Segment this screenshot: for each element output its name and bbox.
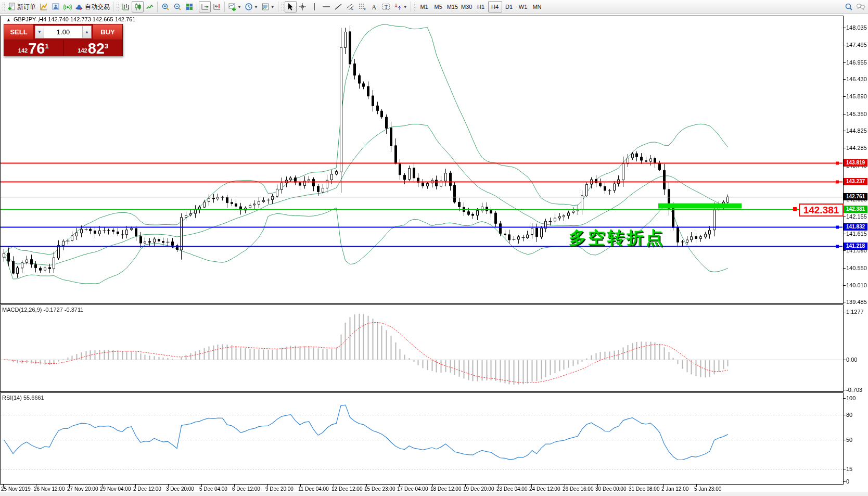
zoom-in-button[interactable] bbox=[159, 1, 171, 12]
rsi-value: 55.6661 bbox=[23, 395, 44, 401]
sell-price[interactable]: 142 76 1 bbox=[4, 40, 64, 56]
symbol-ohlc: 142.740 142.773 142.665 142.761 bbox=[48, 16, 135, 22]
symbol-header: ▲GBPJPY-,H4 142.740 142.773 142.665 142.… bbox=[6, 16, 135, 22]
chart-canvas[interactable] bbox=[0, 14, 868, 496]
new-order-icon bbox=[7, 3, 16, 11]
signal-button[interactable] bbox=[61, 1, 73, 12]
bottom-strip bbox=[0, 492, 868, 496]
crosshair-tool-button[interactable] bbox=[297, 1, 309, 12]
auto-scroll-button[interactable] bbox=[199, 1, 211, 12]
toolbar-separator bbox=[157, 2, 158, 12]
dropdown-arrow-icon: ▼ bbox=[254, 5, 258, 9]
dropdown-arrow-icon: ▼ bbox=[271, 5, 275, 9]
volume-decrease-button[interactable]: ▼ bbox=[35, 26, 44, 38]
timeframe-h1-button[interactable]: H1 bbox=[474, 1, 488, 12]
macd-values: -0.1727 -0.3711 bbox=[43, 307, 83, 313]
buy-button[interactable]: BUY bbox=[93, 24, 122, 40]
toolbar-grip bbox=[116, 2, 119, 11]
sell-price-main: 76 bbox=[28, 42, 45, 55]
auto-trading-button[interactable]: 自动交易 bbox=[73, 1, 111, 12]
svg-text:T: T bbox=[385, 4, 388, 10]
timeframe-h4-button[interactable]: H4 bbox=[488, 1, 502, 12]
zoom-out-button[interactable] bbox=[171, 1, 183, 12]
trendline-tool-button[interactable] bbox=[333, 1, 344, 12]
trade-panel-price-row: 142 76 1 142 82 3 bbox=[4, 40, 122, 56]
trade-panel-top-row: SELL ▼ 1.00 ▲ BUY bbox=[4, 24, 122, 40]
timeframe-w1-button[interactable]: W1 bbox=[516, 1, 530, 12]
timeframe-m30-button[interactable]: M30 bbox=[459, 1, 474, 12]
line-chart-icon bbox=[146, 3, 154, 11]
buy-price[interactable]: 142 82 3 bbox=[64, 40, 123, 56]
toolbar-grip bbox=[281, 2, 284, 11]
toolbar-grip bbox=[414, 2, 416, 11]
bar-chart-icon bbox=[122, 3, 130, 11]
channel-tool-button[interactable]: E bbox=[344, 1, 356, 12]
bar-chart-button[interactable] bbox=[120, 1, 132, 12]
fibonacci-tool-button[interactable]: F bbox=[356, 1, 368, 12]
template-icon bbox=[261, 3, 270, 11]
symbol-collapse-icon: ▲ bbox=[6, 17, 11, 22]
chart-shift-icon bbox=[213, 3, 221, 11]
text-label-tool-button[interactable]: T bbox=[380, 1, 392, 12]
callout-handle[interactable] bbox=[793, 207, 797, 211]
horizontal-line-icon bbox=[322, 3, 330, 11]
vertical-line-tool-button[interactable] bbox=[309, 1, 321, 12]
candlestick-chart-button[interactable] bbox=[132, 1, 144, 12]
volume-box: ▼ 1.00 ▲ bbox=[35, 26, 92, 39]
crosshair-icon bbox=[298, 3, 307, 11]
chart-annotation-text[interactable]: 多空转折点 bbox=[569, 226, 665, 250]
auto-trading-icon bbox=[75, 3, 83, 11]
sell-price-sup: 1 bbox=[45, 42, 48, 50]
search-button[interactable] bbox=[843, 1, 854, 12]
toolbar-separator bbox=[411, 2, 411, 12]
arrows-tool-button[interactable]: ▼ bbox=[392, 1, 409, 12]
zoom-in-icon bbox=[161, 3, 170, 11]
buy-price-sup: 3 bbox=[105, 42, 108, 50]
horizontal-line-tool-button[interactable] bbox=[321, 1, 333, 12]
price-callout-label[interactable]: 142.381 bbox=[799, 204, 844, 217]
text-label-icon: T bbox=[382, 3, 390, 11]
timeframe-group: M1M5M15M30H1H4D1W1MN bbox=[417, 1, 544, 12]
text-icon: A bbox=[370, 3, 378, 11]
toolbar-separator bbox=[278, 2, 278, 12]
volume-value[interactable]: 1.00 bbox=[44, 26, 82, 38]
profile-button[interactable] bbox=[49, 1, 61, 12]
buy-price-prefix: 142 bbox=[78, 47, 87, 54]
clock-icon bbox=[245, 3, 253, 11]
auto-scroll-icon bbox=[201, 3, 209, 11]
tile-windows-icon bbox=[185, 3, 194, 11]
chart-shift-button[interactable] bbox=[211, 1, 223, 12]
periods-button[interactable]: ▼ bbox=[243, 1, 260, 12]
tile-windows-button[interactable] bbox=[183, 1, 195, 12]
trendline-icon bbox=[334, 3, 342, 11]
timeframe-m5-button[interactable]: M5 bbox=[431, 1, 445, 12]
svg-text:F: F bbox=[364, 8, 366, 11]
auto-trading-label: 自动交易 bbox=[85, 3, 110, 11]
signal-icon bbox=[63, 3, 72, 11]
equidistant-channel-icon: E bbox=[346, 3, 354, 11]
line-chart-button[interactable] bbox=[144, 1, 156, 12]
chat-icon bbox=[856, 3, 865, 11]
templates-button[interactable]: ▼ bbox=[260, 1, 276, 12]
chat-button[interactable] bbox=[854, 1, 867, 12]
cursor-tool-button[interactable] bbox=[285, 1, 297, 12]
zoom-out-icon bbox=[173, 3, 182, 11]
add-indicator-icon bbox=[228, 3, 236, 11]
timeframe-mn-button[interactable]: MN bbox=[530, 1, 544, 12]
timeframe-m15-button[interactable]: M15 bbox=[445, 1, 459, 12]
sell-button[interactable]: SELL bbox=[4, 24, 33, 40]
chart-window-button[interactable] bbox=[37, 1, 49, 12]
timeframe-m1-button[interactable]: M1 bbox=[417, 1, 431, 12]
svg-text:A: A bbox=[372, 3, 377, 11]
text-tool-button[interactable]: A bbox=[368, 1, 380, 12]
toolbar-separator bbox=[197, 2, 197, 12]
volume-increase-button[interactable]: ▲ bbox=[82, 26, 91, 38]
add-indicator-button[interactable]: ▼ bbox=[226, 1, 243, 12]
dropdown-arrow-icon: ▼ bbox=[403, 5, 407, 9]
new-order-button[interactable]: 新订单 bbox=[6, 1, 37, 12]
search-icon bbox=[845, 3, 853, 11]
dropdown-arrow-icon: ▼ bbox=[237, 5, 241, 9]
timeframe-d1-button[interactable]: D1 bbox=[502, 1, 516, 12]
profile-icon bbox=[52, 3, 60, 11]
toolbar-grip bbox=[2, 2, 5, 11]
